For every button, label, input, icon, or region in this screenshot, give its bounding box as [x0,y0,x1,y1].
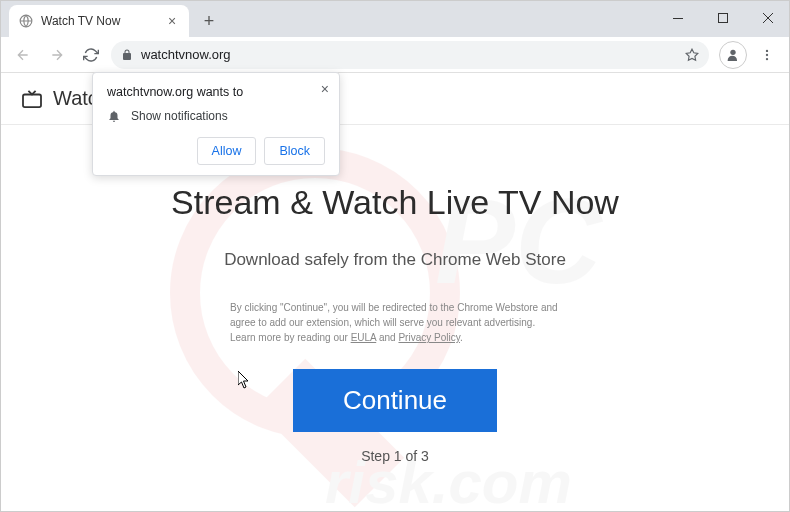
maximize-button[interactable] [700,3,745,33]
svg-rect-0 [673,18,683,19]
window-controls [655,0,790,36]
close-tab-button[interactable]: × [165,14,179,28]
notification-buttons: Allow Block [107,137,325,165]
continue-button[interactable]: Continue [293,369,497,432]
notification-permission-label: Show notifications [131,109,228,123]
privacy-policy-link[interactable]: Privacy Policy [398,332,460,343]
toolbar: watchtvnow.org [1,37,789,73]
forward-button[interactable] [43,41,71,69]
bell-icon [107,109,121,123]
svg-point-7 [766,57,768,59]
bookmark-star-icon[interactable] [685,48,699,62]
tv-icon [21,90,43,108]
svg-point-4 [730,49,735,54]
url-text: watchtvnow.org [141,47,677,62]
profile-button[interactable] [719,41,747,69]
close-window-button[interactable] [745,3,790,33]
step-indicator: Step 1 of 3 [1,448,789,464]
notification-origin: watchtvnow.org wants to [107,85,325,99]
address-bar[interactable]: watchtvnow.org [111,41,709,69]
minimize-button[interactable] [655,3,700,33]
svg-point-6 [766,53,768,55]
lock-icon [121,49,133,61]
disclaimer-text: By clicking "Continue", you will be redi… [230,300,560,345]
new-tab-button[interactable]: + [195,7,223,35]
menu-button[interactable] [753,41,781,69]
eula-link[interactable]: EULA [351,332,377,343]
headline: Stream & Watch Live TV Now [1,183,789,222]
close-icon[interactable]: × [321,81,329,97]
notification-permission-row: Show notifications [107,109,325,123]
back-button[interactable] [9,41,37,69]
svg-marker-3 [686,49,698,60]
svg-rect-1 [718,14,727,23]
subline: Download safely from the Chrome Web Stor… [1,250,789,270]
svg-point-5 [766,49,768,51]
block-button[interactable]: Block [264,137,325,165]
reload-button[interactable] [77,41,105,69]
allow-button[interactable]: Allow [197,137,257,165]
globe-icon [19,14,33,28]
browser-tab[interactable]: Watch TV Now × [9,5,189,37]
notification-permission-popup: × watchtvnow.org wants to Show notificat… [92,72,340,176]
tab-title: Watch TV Now [41,14,157,28]
svg-rect-8 [23,94,41,107]
